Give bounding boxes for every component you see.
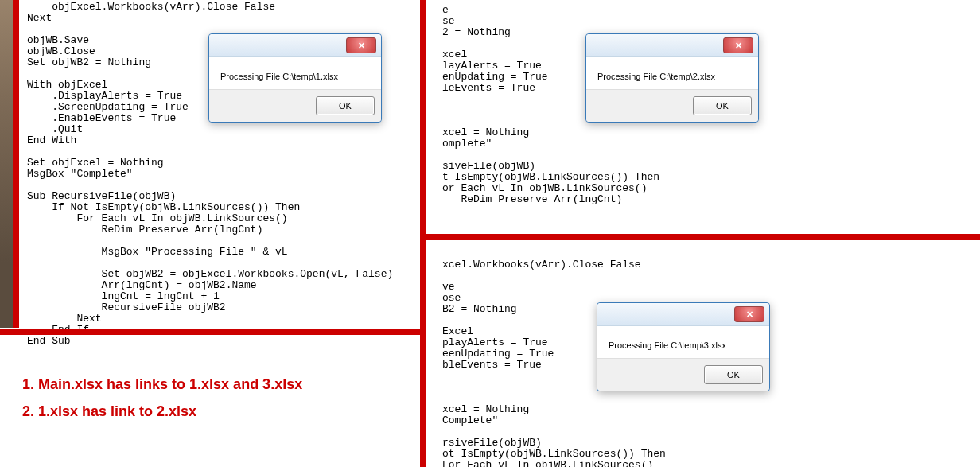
dialog-message: Processing File C:\temp\1.xlsx <box>209 57 381 89</box>
ok-button[interactable]: OK <box>316 96 375 115</box>
annotation-line-1: 1. Main.xlsx has links to 1.xlsx and 3.x… <box>22 371 302 398</box>
close-button[interactable]: ✕ <box>723 37 753 53</box>
dialog-message: Processing File C:\temp\3.xlsx <box>597 326 769 358</box>
msgbox-dialog-3: ✕ Processing File C:\temp\3.xlsx OK <box>597 302 770 391</box>
dialog-button-row: OK <box>209 89 381 122</box>
msgbox-dialog-1: ✕ Processing File C:\temp\1.xlsx OK <box>208 33 382 123</box>
divider-horizontal-right <box>423 234 980 240</box>
dialog-titlebar[interactable]: ✕ <box>586 34 758 57</box>
close-button[interactable]: ✕ <box>346 37 376 53</box>
dialog-message: Processing File C:\temp\2.xlsx <box>586 57 758 89</box>
annotation-text: 1. Main.xlsx has links to 1.xlsx and 3.x… <box>22 371 302 425</box>
ok-button[interactable]: OK <box>693 96 752 115</box>
msgbox-dialog-2: ✕ Processing File C:\temp\2.xlsx OK <box>585 33 759 123</box>
annotation-line-2: 2. 1.xlsx has link to 2.xlsx <box>22 398 302 425</box>
ok-button[interactable]: OK <box>704 365 763 384</box>
close-button[interactable]: ✕ <box>734 306 764 322</box>
dialog-button-row: OK <box>586 89 758 122</box>
dialog-titlebar[interactable]: ✕ <box>597 303 769 326</box>
left-strip <box>0 0 19 328</box>
divider-horizontal-left <box>0 329 423 335</box>
dialog-button-row: OK <box>597 358 769 391</box>
dialog-titlebar[interactable]: ✕ <box>209 34 381 57</box>
